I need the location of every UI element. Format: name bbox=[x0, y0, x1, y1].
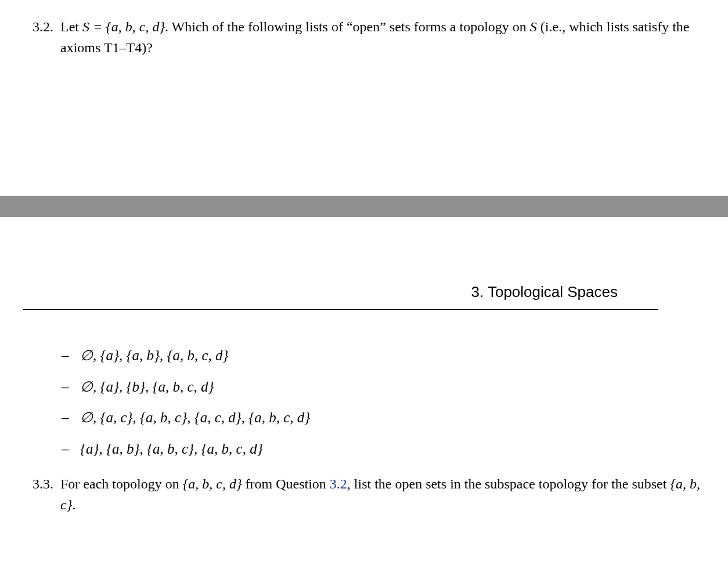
list-item: – ∅, {a}, {b}, {a, b, c, d} bbox=[62, 376, 705, 398]
option-text: ∅, {a}, {a, b}, {a, b, c, d} bbox=[80, 345, 229, 367]
dash-icon: – bbox=[62, 407, 72, 429]
list-item: – {a}, {a, b}, {a, b, c}, {a, b, c, d} bbox=[62, 438, 705, 460]
set-definition: S = {a, b, c, d} bbox=[82, 19, 165, 34]
page-top: 3.2. Let S = {a, b, c, d}. Which of the … bbox=[0, 0, 728, 196]
problem-number: 3.3. bbox=[23, 473, 53, 515]
text: Let bbox=[60, 19, 82, 34]
option-text: ∅, {a}, {b}, {a, b, c, d} bbox=[80, 376, 214, 398]
page-bottom: 3. Topological Spaces – ∅, {a}, {a, b}, … bbox=[0, 217, 728, 538]
page-break bbox=[0, 196, 728, 217]
text: . Which of the following lists of “open”… bbox=[165, 19, 530, 34]
dash-icon: – bbox=[62, 345, 72, 367]
problem-body: For each topology on {a, b, c, d} from Q… bbox=[60, 473, 705, 515]
text: For each topology on bbox=[60, 476, 183, 491]
list-item: – ∅, {a, c}, {a, b, c}, {a, c, d}, {a, b… bbox=[62, 407, 705, 429]
dash-icon: – bbox=[62, 376, 72, 398]
text: , list the open sets in the subspace top… bbox=[347, 476, 671, 491]
set-full: {a, b, c, d} bbox=[183, 476, 242, 491]
option-text: {a}, {a, b}, {a, b, c}, {a, b, c, d} bbox=[80, 438, 263, 460]
set-ref: S bbox=[530, 19, 537, 34]
dash-icon: – bbox=[62, 438, 72, 460]
page-container: 3.2. Let S = {a, b, c, d}. Which of the … bbox=[0, 0, 728, 538]
problem-3-3: 3.3. For each topology on {a, b, c, d} f… bbox=[23, 473, 705, 515]
text: from Question bbox=[242, 476, 330, 491]
chapter-heading: 3. Topological Spaces bbox=[23, 217, 658, 310]
problem-number: 3.2. bbox=[23, 16, 53, 58]
list-item: – ∅, {a}, {a, b}, {a, b, c, d} bbox=[62, 345, 705, 367]
question-ref-link[interactable]: 3.2 bbox=[330, 476, 347, 491]
problem-body: Let S = {a, b, c, d}. Which of the follo… bbox=[60, 16, 705, 58]
text: . bbox=[72, 497, 75, 512]
problem-3-2: 3.2. Let S = {a, b, c, d}. Which of the … bbox=[23, 16, 705, 58]
options-list: – ∅, {a}, {a, b}, {a, b, c, d} – ∅, {a},… bbox=[62, 345, 705, 459]
option-text: ∅, {a, c}, {a, b, c}, {a, c, d}, {a, b, … bbox=[80, 407, 310, 429]
